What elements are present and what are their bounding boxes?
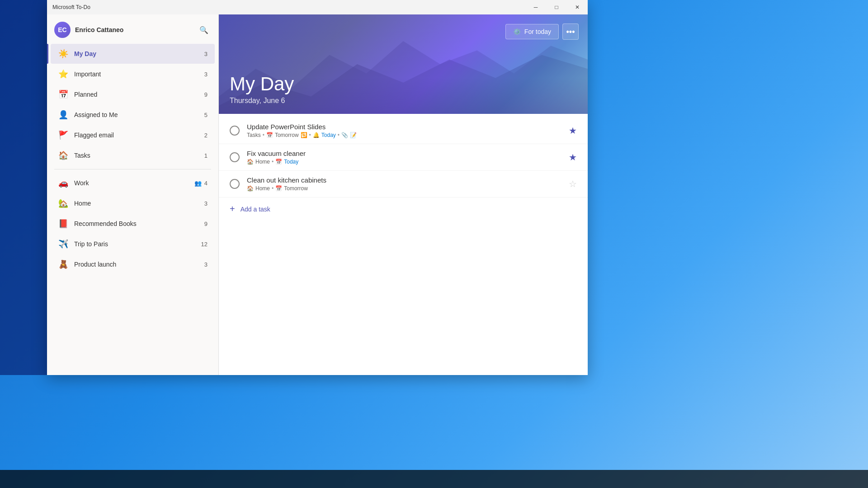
sidebar-item-product-launch[interactable]: 🧸 Product launch 3 [51,254,215,274]
task-list-name-2: Home [255,159,270,165]
search-button[interactable]: 🔍 [197,23,211,37]
important-label: Important [74,70,204,78]
task-star-3[interactable]: ☆ [569,178,577,189]
page-subtitle: Thursday, June 6 [230,97,577,105]
hero-text: My Day Thursday, June 6 [230,73,577,105]
task-content-3: Clean out kitchen cabinets 🏠 Home • 📅 To… [247,176,565,192]
avatar: EC [54,22,71,38]
task-title-1: Update PowerPoint Slides [247,123,565,131]
for-today-label: For today [524,28,551,35]
nav-divider [54,169,211,169]
task-list-name-3: Home [255,185,270,192]
recurrence-icon-1: 🔁 [301,132,307,138]
important-count: 3 [204,71,208,78]
task-item-3[interactable]: Clean out kitchen cabinets 🏠 Home • 📅 To… [219,171,588,197]
sidebar-item-flagged-email[interactable]: 🚩 Flagged email 2 [51,125,215,145]
recommended-books-count: 9 [204,221,208,227]
title-bar: Microsoft To-Do ─ □ ✕ [47,0,588,14]
planned-count: 9 [204,91,208,98]
reminder-icon-1: 🔔 [313,132,320,138]
task-star-2[interactable]: ★ [569,152,577,163]
search-icon: 🔍 [199,26,208,34]
sidebar-header: EC Enrico Cattaneo 🔍 [47,14,218,42]
home-list-icon-2: 🏠 [247,159,254,165]
planned-label: Planned [74,91,204,98]
sidebar-item-my-day[interactable]: ☀️ My Day 3 [51,44,215,64]
task-content-1: Update PowerPoint Slides Tasks • 📅 Tomor… [247,123,565,138]
home-icon: 🏡 [58,198,69,209]
attachment-icon-1: 📎 [341,132,348,138]
window-controls: ─ □ ✕ [525,0,588,14]
trip-to-paris-label: Trip to Paris [74,240,201,248]
task-meta-3: 🏠 Home • 📅 Tomorrow [247,185,565,192]
calendar-icon-1: 📅 [266,132,273,138]
task-title-3: Clean out kitchen cabinets [247,176,565,184]
planned-icon: 📅 [58,89,69,100]
product-launch-label: Product launch [74,261,204,268]
sidebar-item-planned[interactable]: 📅 Planned 9 [51,84,215,104]
work-label: Work [74,179,194,187]
main-content: ⚙️ For today ••• My Day Thursday, June 6… [219,14,588,375]
assigned-count: 5 [204,112,208,118]
calendar-icon-3: 📅 [275,185,282,192]
task-due-3: Tomorrow [284,185,308,192]
task-content-2: Fix vacuum cleaner 🏠 Home • 📅 Today [247,150,565,165]
home-count: 3 [204,200,208,207]
sidebar-item-important[interactable]: ⭐ Important 3 [51,64,215,84]
recommended-books-label: Recommended Books [74,220,204,227]
flagged-email-icon: 🚩 [58,130,69,141]
hero-header: ⚙️ For today ••• My Day Thursday, June 6 [219,14,588,114]
sidebar-item-tasks[interactable]: 🏠 Tasks 1 [51,145,215,165]
add-task-label: Add a task [241,206,270,213]
task-checkbox-3[interactable] [230,179,240,189]
sidebar-item-recommended-books[interactable]: 📕 Recommended Books 9 [51,214,215,234]
my-day-icon: ☀️ [58,48,69,59]
window-title: Microsoft To-Do [52,4,90,10]
sidebar-item-trip-to-paris[interactable]: ✈️ Trip to Paris 12 [51,234,215,254]
product-launch-count: 3 [204,261,208,268]
tasks-count: 1 [204,152,208,159]
page-title: My Day [230,73,577,95]
add-icon: + [230,204,235,214]
task-checkbox-2[interactable] [230,152,240,162]
close-button[interactable]: ✕ [567,0,588,14]
task-item-1[interactable]: Update PowerPoint Slides Tasks • 📅 Tomor… [219,117,588,144]
sidebar: EC Enrico Cattaneo 🔍 ☀️ My Day 3 ⭐ Impor [47,14,219,375]
for-today-button[interactable]: ⚙️ For today [505,24,559,39]
task-list: Update PowerPoint Slides Tasks • 📅 Tomor… [219,114,588,375]
user-name: Enrico Cattaneo [75,26,123,33]
recommended-books-icon: 📕 [58,218,69,229]
task-meta-1: Tasks • 📅 Tomorrow 🔁 • 🔔 Today • 📎 📝 [247,132,565,138]
work-icon: 🚗 [58,178,69,188]
more-options-button[interactable]: ••• [562,23,579,40]
flagged-email-label: Flagged email [74,131,204,139]
my-day-label: My Day [74,50,204,57]
task-item-2[interactable]: Fix vacuum cleaner 🏠 Home • 📅 Today ★ [219,144,588,171]
maximize-button[interactable]: □ [546,0,567,14]
minimize-button[interactable]: ─ [525,0,546,14]
task-due-2: Today [284,159,298,165]
home-label: Home [74,200,204,207]
app-window: Microsoft To-Do ─ □ ✕ EC Enrico Cattaneo… [47,0,588,375]
task-meta-2: 🏠 Home • 📅 Today [247,159,565,165]
sidebar-item-assigned-to-me[interactable]: 👤 Assigned to Me 5 [51,105,215,125]
my-day-count: 3 [204,51,208,57]
note-icon-1: 📝 [350,132,357,138]
sidebar-item-work[interactable]: 🚗 Work 👥 4 [51,173,215,193]
calendar-icon-2: 📅 [275,159,282,165]
tasks-icon: 🏠 [58,150,69,161]
avatar-initials: EC [58,26,66,33]
assigned-label: Assigned to Me [74,111,204,118]
sidebar-nav: ☀️ My Day 3 ⭐ Important 3 📅 Planned 9 👤 … [47,42,218,375]
task-title-2: Fix vacuum cleaner [247,150,565,157]
add-task-row[interactable]: + Add a task [219,197,588,221]
tasks-label: Tasks [74,152,204,159]
user-info: EC Enrico Cattaneo [54,22,123,38]
important-icon: ⭐ [58,69,69,80]
task-star-1[interactable]: ★ [569,125,577,136]
for-today-icon: ⚙️ [513,28,521,35]
task-checkbox-1[interactable] [230,126,240,136]
sidebar-item-home[interactable]: 🏡 Home 3 [51,193,215,213]
product-launch-icon: 🧸 [58,259,69,270]
flagged-email-count: 2 [204,132,208,139]
